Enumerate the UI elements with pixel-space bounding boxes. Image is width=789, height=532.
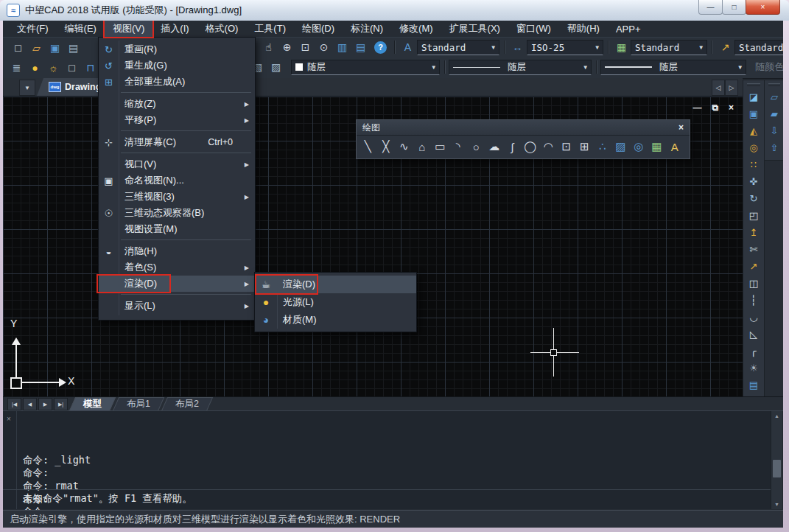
- toolbar-grip[interactable]: [747, 83, 760, 86]
- style-dropdown[interactable]: Standard ▼: [417, 40, 499, 55]
- tab-prev-button[interactable]: ◀: [23, 398, 37, 410]
- menu-item-render[interactable]: 渲染(D) ▶: [99, 276, 255, 292]
- scale-icon[interactable]: ◰: [743, 207, 764, 224]
- break-at-point-icon[interactable]: ┆: [743, 292, 764, 309]
- gradient-icon[interactable]: ◎: [630, 137, 648, 156]
- stretch-icon[interactable]: ↥: [743, 224, 764, 241]
- command-scrollbar[interactable]: ▲ ▼: [771, 411, 782, 509]
- menu-item-regen[interactable]: ↺ 重生成(G): [99, 57, 255, 74]
- pan-icon[interactable]: ☝: [259, 39, 278, 55]
- match-properties-icon[interactable]: ▤: [743, 377, 764, 393]
- close-icon[interactable]: ×: [7, 415, 11, 423]
- menu-item-pan[interactable]: 平移(P) ▶: [99, 112, 255, 128]
- scroll-up-icon[interactable]: ▲: [771, 411, 782, 421]
- linetype-dropdown[interactable]: 随层 ▼: [449, 60, 592, 75]
- toolpalette-icon[interactable]: ▤: [351, 39, 370, 55]
- menu-item-redraw[interactable]: ↻ 重画(R): [99, 41, 255, 57]
- tab-scroll-right-button[interactable]: ▷: [725, 80, 738, 96]
- bring-to-front-icon[interactable]: ⇧: [765, 139, 783, 156]
- paste-clip-icon[interactable]: ▰: [765, 105, 783, 122]
- submenu-item-light[interactable]: ● 光源(L): [255, 293, 416, 311]
- menu-insert[interactable]: 插入(I): [152, 21, 197, 37]
- layer-lock-icon[interactable]: ⊓: [81, 60, 99, 76]
- array-icon[interactable]: ∷: [743, 156, 764, 173]
- move-icon[interactable]: ✜: [743, 173, 764, 190]
- submenu-item-material[interactable]: ◕ 材质(M): [255, 311, 416, 329]
- menu-item-hide[interactable]: ◒ 消隐(H): [99, 243, 255, 259]
- zoom-window-icon[interactable]: ⊡: [296, 39, 315, 55]
- close-icon[interactable]: ×: [678, 122, 684, 133]
- menu-edit[interactable]: 编辑(E): [57, 21, 105, 37]
- tab-next-button[interactable]: ▶: [38, 398, 52, 410]
- tab-last-button[interactable]: ▶|: [54, 398, 68, 410]
- line-icon[interactable]: ╲: [359, 137, 377, 156]
- explode-icon[interactable]: ☀: [743, 360, 764, 377]
- style-dropdown[interactable]: Standard ▼: [734, 40, 783, 55]
- draw-toolbar-titlebar[interactable]: 绘图 ×: [357, 120, 690, 136]
- menu-app[interactable]: APP+: [608, 22, 649, 36]
- file-tab-menu-button[interactable]: ▼: [19, 80, 35, 96]
- close-button[interactable]: ×: [746, 0, 780, 15]
- circle-icon[interactable]: ○: [467, 137, 485, 156]
- extend-icon[interactable]: ↗: [743, 258, 764, 275]
- revision-cloud-icon[interactable]: ☁: [485, 137, 504, 156]
- menu-item-zoom[interactable]: 缩放(Z) ▶: [99, 96, 255, 112]
- menu-draw[interactable]: 绘图(D): [294, 21, 343, 37]
- layer-properties-icon[interactable]: ≣: [7, 60, 26, 76]
- scroll-down-icon[interactable]: ▼: [771, 500, 782, 509]
- fillet-icon[interactable]: ╭: [743, 343, 764, 360]
- command-input[interactable]: 命令:: [3, 489, 771, 509]
- zoom-previous-icon[interactable]: ⊙: [315, 39, 333, 55]
- menu-item-clean-screen[interactable]: ⊹ 清理屏幕(C) Ctrl+0: [99, 134, 255, 150]
- make-block-icon[interactable]: ⊞: [575, 137, 594, 156]
- color-dropdown[interactable]: 随层 ▼: [291, 60, 440, 75]
- rectangle-icon[interactable]: ▭: [431, 137, 449, 156]
- trim-icon[interactable]: ✄: [743, 241, 764, 258]
- tab-layout1[interactable]: 布局1: [116, 397, 161, 411]
- point-icon[interactable]: ∴: [594, 137, 612, 156]
- menu-help[interactable]: 帮助(H): [559, 21, 608, 37]
- menu-format[interactable]: 格式(O): [197, 21, 247, 37]
- toolbar-grip[interactable]: [768, 83, 780, 86]
- menu-item-3d-orbit[interactable]: ☉ 三维动态观察器(B): [99, 205, 255, 221]
- menu-view[interactable]: 视图(V): [105, 21, 152, 37]
- menu-item-viewports[interactable]: 视口(V) ▶: [99, 156, 255, 172]
- menu-express[interactable]: 扩展工具(X): [441, 21, 508, 37]
- maximize-button[interactable]: □: [722, 0, 746, 15]
- layer-freeze-icon[interactable]: ☼: [44, 60, 63, 76]
- send-to-back-icon[interactable]: ⇩: [765, 122, 783, 139]
- open-folder-icon[interactable]: ▱: [27, 40, 46, 56]
- insert-block-icon[interactable]: ⊡: [558, 137, 576, 156]
- chamfer-icon[interactable]: ◺: [743, 326, 764, 343]
- style-dropdown[interactable]: Standard ▼: [631, 40, 707, 55]
- offset-icon[interactable]: ◎: [743, 139, 764, 156]
- zoom-realtime-icon[interactable]: ⊕: [278, 39, 296, 55]
- ellipse-icon[interactable]: ◯: [522, 137, 540, 156]
- print-icon[interactable]: ▤: [64, 40, 83, 56]
- ellipse-arc-icon[interactable]: ◠: [539, 137, 558, 156]
- tab-model[interactable]: 模型: [72, 397, 113, 411]
- menu-dimension[interactable]: 标注(N): [343, 21, 391, 37]
- tab-scroll-left-button[interactable]: ◁: [712, 80, 725, 96]
- doc-restore-button[interactable]: ⧉: [712, 102, 718, 113]
- lineweight-dropdown[interactable]: 随层 ▼: [600, 60, 746, 75]
- hatch-icon[interactable]: ▨: [611, 137, 630, 156]
- mirror-icon[interactable]: ◭: [743, 122, 764, 139]
- menu-tools[interactable]: 工具(T): [246, 21, 294, 37]
- help-icon[interactable]: ?: [374, 41, 387, 54]
- break-icon[interactable]: ◫: [743, 275, 764, 292]
- menu-item-view-settings[interactable]: 视图设置(M): [99, 221, 255, 237]
- arc-icon[interactable]: ◝: [449, 137, 468, 156]
- layer-new-icon[interactable]: □: [63, 60, 81, 76]
- layer-previous-icon[interactable]: ▨: [267, 59, 285, 75]
- menu-file[interactable]: 文件(F): [9, 21, 57, 37]
- doc-close-button[interactable]: ×: [729, 102, 734, 113]
- spline-icon[interactable]: ∫: [503, 137, 522, 156]
- polygon-icon[interactable]: ⌂: [413, 137, 432, 156]
- menu-item-display[interactable]: 显示(L) ▶: [99, 298, 255, 314]
- layer-on-icon[interactable]: ●: [26, 60, 44, 76]
- style-dropdown[interactable]: ISO-25 ▼: [527, 40, 603, 55]
- table-icon[interactable]: ▦: [648, 137, 666, 156]
- scrollbar-thumb[interactable]: [773, 460, 781, 477]
- erase-icon[interactable]: ◪: [743, 88, 764, 105]
